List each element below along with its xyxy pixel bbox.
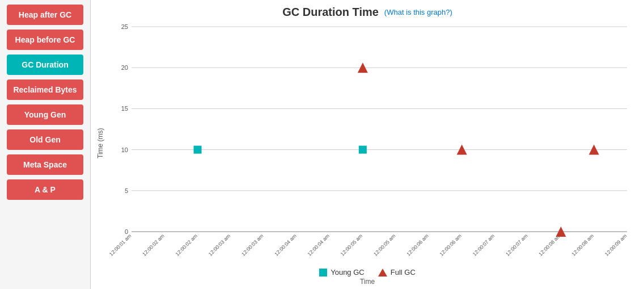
sidebar-btn-heap-after-gc[interactable]: Heap after GC — [7, 5, 83, 25]
chart-svg: 051015202512:00:01 am12:00:02 am12:00:02… — [109, 21, 638, 266]
svg-text:12:00:02 am: 12:00:02 am — [174, 233, 198, 257]
svg-rect-30 — [359, 146, 367, 154]
sidebar-btn-young-gen[interactable]: Young Gen — [7, 104, 83, 125]
x-axis-label: Time — [96, 278, 638, 286]
legend-young-gc: Young GC — [319, 268, 365, 277]
chart-container: Time (ms) 051015202512:00:01 am12:00:02 … — [96, 21, 638, 286]
sidebar-btn-reclaimed-bytes[interactable]: Reclaimed Bytes — [7, 79, 83, 100]
svg-text:12:00:05 am: 12:00:05 am — [340, 233, 363, 257]
chart-title: GC Duration Time — [282, 6, 379, 19]
svg-rect-29 — [194, 146, 202, 154]
svg-text:12:00:02 am: 12:00:02 am — [141, 233, 165, 257]
legend: Young GC Full GC — [96, 268, 638, 277]
svg-text:25: 25 — [121, 23, 128, 30]
sidebar-btn-gc-duration[interactable]: GC Duration — [7, 55, 83, 75]
svg-text:12:00:06 am: 12:00:06 am — [405, 233, 429, 257]
svg-text:20: 20 — [121, 64, 128, 71]
svg-text:10: 10 — [121, 146, 128, 153]
sidebar-btn-meta-space[interactable]: Meta Space — [7, 154, 83, 175]
sidebar-btn-a-and-p[interactable]: A & P — [7, 179, 83, 200]
sidebar: Heap after GCHeap before GCGC DurationRe… — [0, 0, 91, 289]
svg-text:12:00:06 am: 12:00:06 am — [439, 233, 463, 257]
svg-text:12:00:01 am: 12:00:01 am — [108, 233, 132, 257]
chart-help-link[interactable]: (What is this graph?) — [384, 8, 452, 16]
svg-text:12:00:07 am: 12:00:07 am — [505, 233, 528, 257]
sidebar-btn-old-gen[interactable]: Old Gen — [7, 129, 83, 150]
svg-text:12:00:05 am: 12:00:05 am — [372, 233, 396, 257]
plot-area: 051015202512:00:01 am12:00:02 am12:00:02… — [109, 21, 638, 266]
svg-text:12:00:04 am: 12:00:04 am — [273, 233, 297, 257]
young-gc-label: Young GC — [331, 268, 365, 277]
svg-text:12:00:09 am: 12:00:09 am — [604, 233, 628, 257]
svg-text:12:00:03 am: 12:00:03 am — [240, 233, 264, 257]
sidebar-btn-heap-before-gc[interactable]: Heap before GC — [7, 30, 83, 50]
svg-text:12:00:04 am: 12:00:04 am — [307, 233, 331, 257]
svg-text:12:00:08 am: 12:00:08 am — [571, 233, 595, 257]
svg-text:12:00:07 am: 12:00:07 am — [472, 233, 495, 257]
svg-text:15: 15 — [121, 105, 128, 112]
young-gc-icon — [319, 269, 327, 277]
svg-text:5: 5 — [125, 187, 128, 194]
legend-full-gc: Full GC — [378, 268, 416, 277]
chart-inner: Time (ms) 051015202512:00:01 am12:00:02 … — [96, 21, 638, 266]
full-gc-icon — [378, 269, 387, 277]
chart-title-row: GC Duration Time (What is this graph?) — [96, 6, 638, 19]
svg-text:12:00:03 am: 12:00:03 am — [207, 233, 231, 257]
main-content: GC Duration Time (What is this graph?) T… — [91, 0, 644, 289]
y-axis-label: Time (ms) — [96, 21, 108, 266]
full-gc-label: Full GC — [391, 268, 416, 277]
